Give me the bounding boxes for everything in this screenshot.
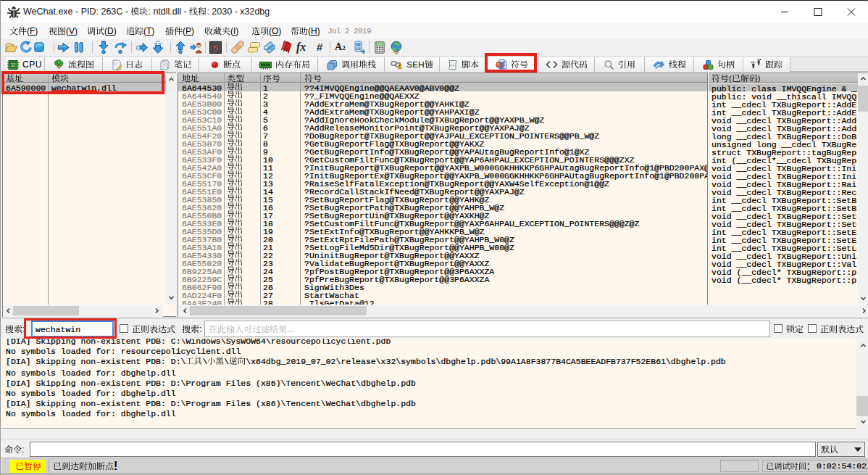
svg-text:S: S [213,42,218,53]
svg-text:<>: <> [449,62,455,67]
svg-text:32: 32 [10,62,16,67]
